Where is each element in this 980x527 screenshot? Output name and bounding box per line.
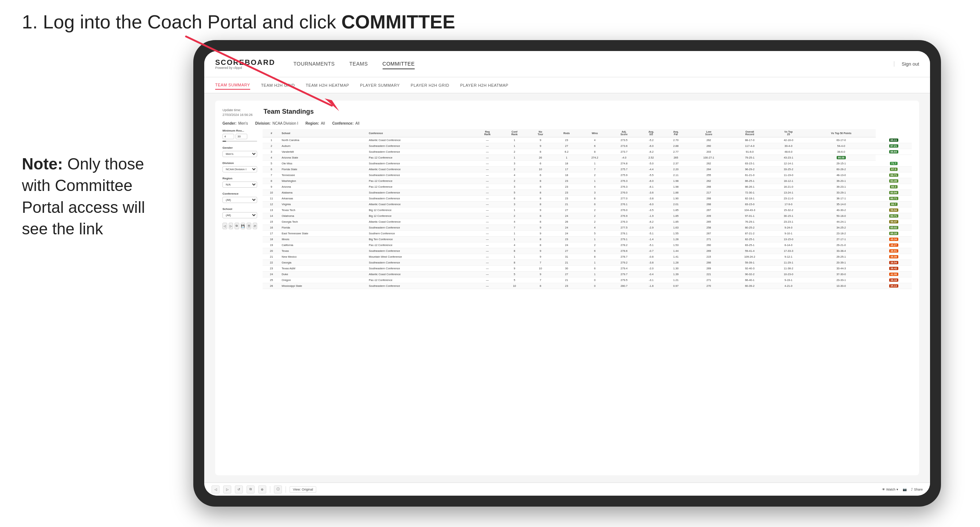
filter-region-select[interactable]: N/A [223,181,257,188]
nav-item-teams[interactable]: TEAMS [349,59,368,69]
toolbar-info[interactable]: ⓘ [274,486,282,494]
table-cell: 6 [580,266,609,271]
table-cell: -6.2 [639,149,664,155]
table-cell: 270 [688,283,729,289]
table-cell: 60.7 [876,202,912,207]
conference-value: All [355,121,359,125]
filter-school-select[interactable]: (All) [223,212,257,218]
nav-item-tournaments[interactable]: TOURNAMENTS [293,59,334,69]
toolbar-sep2 [286,486,286,493]
table-cell: 17 [553,167,580,172]
filters-row: Gender: Men's Division: NCAA Division I … [223,121,912,125]
table-cell: 89.11 [876,137,912,143]
table-cell: 276.3 [609,178,639,184]
table-cell: 276.9 [609,213,639,219]
nav-bar: SCOREBOARD Powered by clippd TOURNAMENTS… [204,51,930,77]
table-cell: 260 [688,143,729,149]
toolbar-prev[interactable]: ◁ [212,486,220,494]
table-cell: 1.63 [663,225,688,231]
table-cell: 8 [528,283,553,289]
table-cell: Georgia [280,260,367,266]
table-cell: Atlantic Coast Conference [367,137,474,143]
prev-btn[interactable]: ◁ [223,223,227,229]
table-cell: 8 [528,196,553,202]
table-cell: 262 [688,161,729,167]
table-cell: 26 [553,219,580,225]
table-cell: 1 [501,231,528,237]
subnav-team-h2h-grid[interactable]: TEAM H2H GRID [261,81,295,89]
table-cell: 277.0 [609,196,639,202]
table-cell: 8 [528,190,553,196]
menu-btn[interactable]: ☰ [247,223,251,229]
signout-button[interactable]: Sign out [894,61,919,67]
table-cell: 86.08 [807,155,876,161]
toolbar-view-original[interactable]: View: Original [290,486,316,493]
filter-division-select[interactable]: NCAA Division I [223,166,257,172]
table-cell: 8 [501,248,528,254]
table-cell: 82-18-1 [729,196,770,202]
table-cell: -3.1 [639,277,664,283]
table-cell: 1 [501,237,528,242]
table-cell: 278.6 [609,248,639,254]
copy-btn[interactable]: ⧉ [234,223,239,229]
table-row: 25OregonPac-12 Conference—57210279.5-3.1… [262,277,912,283]
share-btn[interactable]: ⤴ Share [911,487,923,491]
filter-max-input[interactable] [235,134,247,139]
table-cell: 10-23-0 [770,271,807,277]
time-btn[interactable]: ⏱ [253,223,258,229]
filter-conference-select[interactable]: (All) [223,197,257,203]
save-btn[interactable]: 💾 [241,223,245,229]
table-cell: Florida State [280,167,367,172]
toolbar-copy[interactable]: ⧉ [247,486,255,494]
table-cell: 8 [580,149,609,155]
table-row: 20TexasSoutheastern Conference—89276278.… [262,248,912,254]
nav-item-committee[interactable]: COMMITTEE [383,59,415,69]
next-btn[interactable]: ▷ [229,223,234,229]
data-table-wrap[interactable]: # School Conference RegRank ConfRank NoT… [262,129,912,456]
subnav-player-h2h-heatmap[interactable]: PLAYER H2H HEATMAP [460,81,508,89]
toolbar-next[interactable]: ▷ [223,486,231,494]
table-cell: 23-11-0 [770,196,807,202]
table-cell: 59-39-1 [729,260,770,266]
table-cell: Southeastern Conference [367,172,474,178]
table-cell: 8-14-0 [770,242,807,248]
table-cell: Pac-12 Conference [367,155,474,161]
table-cell: Southeastern Conference [367,143,474,149]
table-cell: 60-39-2 [729,283,770,289]
table-cell: 5 [501,277,528,283]
toolbar-refresh[interactable]: ↺ [235,486,243,494]
table-cell: 22 [262,260,280,266]
table-cell: 10 [528,167,553,172]
col-vs-top50: Vs Top 50 Points [807,129,876,137]
table-cell: 26 [262,283,280,289]
table-cell: 97-01-1 [729,213,770,219]
action-buttons: ◁ ▷ ⧉ 💾 ☰ ⏱ [223,223,257,229]
table-cell: 20 [262,248,280,254]
sub-nav: TEAM SUMMARY TEAM H2H GRID TEAM H2H HEAT… [204,77,930,93]
filter-gender-select[interactable]: Men's [223,151,257,157]
table-cell: 60.71 [876,213,912,219]
screenshot-btn[interactable]: 📷 [903,487,907,491]
table-cell: 63.49 [876,178,912,184]
table-cell: 6.2 [553,149,580,155]
table-cell: California [280,242,367,248]
filter-slider[interactable] [223,141,257,142]
table-cell: 18 [553,161,580,167]
subnav-team-summary[interactable]: TEAM SUMMARY [215,81,250,90]
table-cell: 34-25-2 [807,225,876,231]
filter-min-input[interactable] [223,134,234,139]
table-cell: 1 [580,271,609,277]
subnav-player-summary[interactable]: PLAYER SUMMARY [360,81,400,89]
toolbar-save[interactable]: ⊕ [258,486,266,494]
watch-btn[interactable]: 👁 Watch ▾ [882,487,898,491]
table-cell: 7 [528,260,553,266]
table-cell: 24 [262,271,280,277]
table-cell: 40-30-2 [807,207,876,213]
table-cell: 66.16 [876,231,912,237]
subnav-team-h2h-heatmap[interactable]: TEAM H2H HEATMAP [305,81,349,89]
table-cell: 2.70 [663,137,688,143]
table-cell: 42-16-0 [770,137,807,143]
subnav-player-h2h-grid[interactable]: PLAYER H2H GRID [410,81,449,89]
table-cell: 39-23-1 [807,184,876,190]
filter-region-section: Region N/A [223,177,257,188]
